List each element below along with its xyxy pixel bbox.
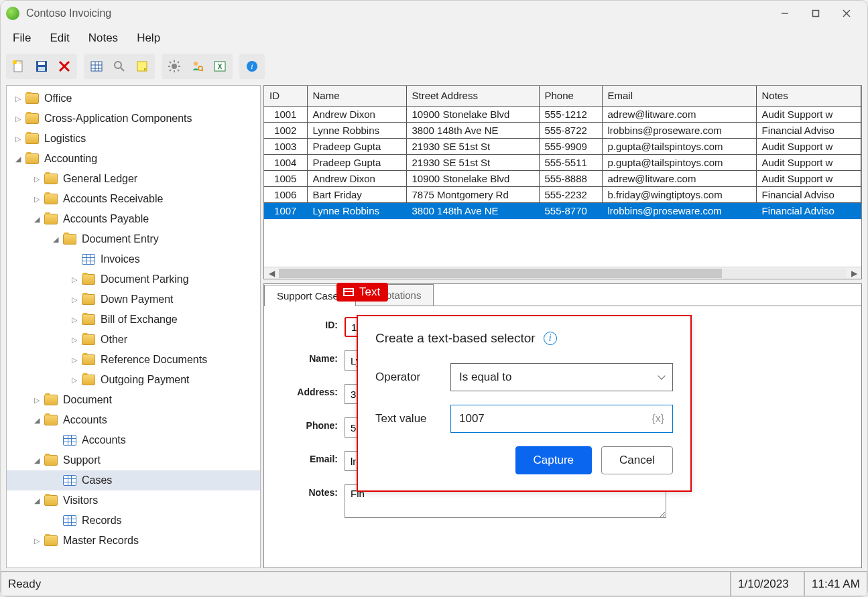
selector-text-badge[interactable]: Text [336,283,388,302]
tree-label: Down Payment [101,293,174,306]
menu-help[interactable]: Help [130,29,167,48]
folder-icon [63,234,76,245]
tree-node-down-payment[interactable]: ▷Down Payment [7,289,260,310]
capture-button[interactable]: Capture [515,446,592,474]
tree-node-invoices[interactable]: Invoices [7,249,260,269]
maximize-button[interactable] [800,3,831,24]
col-id[interactable]: ID [264,86,307,106]
tree-node-master-records[interactable]: ▷Master Records [7,531,260,551]
chevron-down-icon[interactable]: ◢ [32,496,42,505]
info-icon[interactable]: i [242,56,262,76]
delete-icon[interactable] [54,56,74,76]
folder-icon [82,274,95,285]
tree-node-accounts-leaf[interactable]: Accounts [7,430,260,450]
tree-node-accounting[interactable]: ◢Accounting [7,149,260,169]
chevron-right-icon[interactable]: ▷ [32,536,42,545]
svg-point-30 [194,62,198,66]
close-button[interactable] [831,3,862,24]
chevron-down-icon[interactable]: ◢ [32,214,42,224]
svg-line-18 [121,68,124,71]
chevron-right-icon[interactable]: ▷ [13,134,23,143]
tree-node-logistics[interactable]: ▷Logistics [7,129,260,149]
tree-node-cross-application[interactable]: ▷Cross-Application Components [7,109,260,129]
col-street[interactable]: Street Address [406,86,539,106]
table-row[interactable]: 1001Andrew Dixon10900 Stonelake Blvd555-… [264,106,861,122]
table-row[interactable]: 1007Lynne Robbins3800 148th Ave NE555-87… [264,202,861,218]
search-icon[interactable] [109,56,129,76]
save-icon[interactable] [32,56,52,76]
new-icon[interactable] [9,56,29,76]
col-notes[interactable]: Notes [756,86,861,106]
table-row[interactable]: 1003Pradeep Gupta21930 SE 51st St555-990… [264,138,861,154]
tree-node-outgoing-payment[interactable]: ▷Outgoing Payment [7,370,260,390]
minimize-button[interactable] [769,3,800,24]
col-email[interactable]: Email [602,86,756,106]
textvalue-input[interactable]: 1007 {x} [450,405,673,433]
menu-edit[interactable]: Edit [43,29,76,48]
user-icon[interactable] [187,56,207,76]
gear-icon[interactable] [164,56,184,76]
col-name[interactable]: Name [307,86,406,106]
note-icon[interactable] [132,56,152,76]
tree-node-accounts-payable[interactable]: ◢Accounts Payable [7,209,260,229]
info-icon[interactable]: i [544,332,557,345]
chevron-right-icon[interactable]: ▷ [32,395,42,405]
svg-text:i: i [251,62,253,71]
tree-label: Records [82,515,122,527]
tree-node-reference-documents[interactable]: ▷Reference Documents [7,350,260,370]
cell-street: 3800 148th Ave NE [406,202,539,218]
chevron-right-icon[interactable]: ▷ [70,315,79,324]
tree-node-support[interactable]: ◢Support [7,450,260,470]
table-row[interactable]: 1005Andrew Dixon10900 Stonelake Blvd555-… [264,170,861,186]
cell-email: lrobbins@proseware.com [602,122,756,138]
chevron-down-icon[interactable]: ◢ [51,235,60,244]
chevron-right-icon[interactable]: ▷ [32,174,42,184]
chevron-right-icon[interactable]: ▷ [70,355,79,364]
cell-id: 1004 [264,154,307,170]
tree-node-other[interactable]: ▷Other [7,330,260,350]
chevron-right-icon[interactable]: ▷ [13,94,23,103]
tree-node-document-entry[interactable]: ◢Document Entry [7,229,260,249]
cell-email: lrobbins@proseware.com [602,202,756,218]
chevron-down-icon[interactable]: ◢ [32,456,42,465]
tree-node-document-parking[interactable]: ▷Document Parking [7,269,260,289]
table-row[interactable]: 1004Pradeep Gupta21930 SE 51st St555-551… [264,154,861,170]
chevron-right-icon[interactable]: ▷ [32,194,42,204]
tree-node-visitors[interactable]: ◢Visitors [7,490,260,511]
scroll-right-icon[interactable]: ▶ [849,269,859,278]
chevron-right-icon[interactable]: ▷ [70,275,79,284]
tree-node-office[interactable]: ▷Office [7,88,260,109]
variable-hint-icon[interactable]: {x} [652,413,664,425]
chevron-right-icon[interactable]: ▷ [70,375,79,385]
tree-node-accounts-receivable[interactable]: ▷Accounts Receivable [7,189,260,209]
menu-notes[interactable]: Notes [82,29,125,48]
chevron-down-icon[interactable]: ◢ [32,415,42,425]
chevron-down-icon[interactable]: ◢ [13,154,23,163]
operator-value: Is equal to [459,371,511,384]
cell-notes: Financial Adviso [756,202,861,218]
chevron-right-icon[interactable]: ▷ [13,114,23,123]
menu-file[interactable]: File [6,29,38,48]
status-time: 11:41 AM [804,572,867,596]
horizontal-scrollbar[interactable]: ◀ ▶ [264,267,861,279]
table-icon[interactable] [86,56,107,76]
tree-node-bill-of-exchange[interactable]: ▷Bill of Exchange [7,310,260,330]
scroll-left-icon[interactable]: ◀ [267,269,276,278]
col-phone[interactable]: Phone [539,86,602,106]
statusbar: Ready 1/10/2023 11:41 AM [1,571,867,596]
scroll-thumb[interactable] [279,269,722,278]
excel-icon[interactable]: X [210,56,230,76]
chevron-right-icon[interactable]: ▷ [70,295,79,304]
grid-header-row: ID Name Street Address Phone Email Notes [264,86,861,106]
tree-node-document[interactable]: ▷Document [7,390,260,410]
table-row[interactable]: 1006Bart Friday7875 Montgomery Rd555-223… [264,186,861,202]
tree-node-accounts[interactable]: ◢Accounts [7,410,260,430]
cancel-button[interactable]: Cancel [601,446,673,474]
tree-node-cases[interactable]: Cases [7,470,260,490]
tree-node-records[interactable]: Records [7,511,260,531]
chevron-right-icon[interactable]: ▷ [70,335,79,344]
svg-line-26 [170,62,171,63]
operator-select[interactable]: Is equal to [450,363,673,391]
tree-node-general-ledger[interactable]: ▷General Ledger [7,169,260,189]
table-row[interactable]: 1002Lynne Robbins3800 148th Ave NE555-87… [264,122,861,138]
